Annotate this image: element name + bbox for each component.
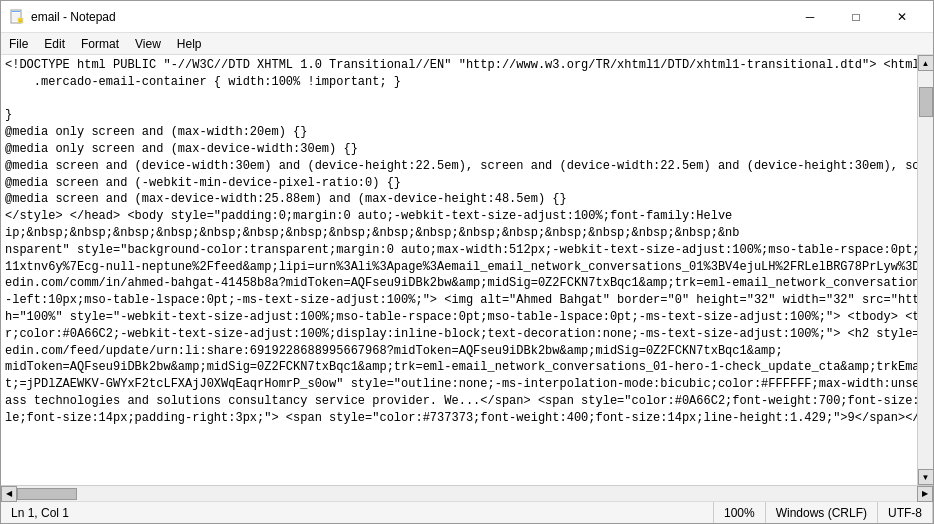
window-title: email - Notepad xyxy=(31,10,787,24)
menu-file[interactable]: File xyxy=(1,33,36,54)
menu-view[interactable]: View xyxy=(127,33,169,54)
scroll-down-arrow[interactable]: ▼ xyxy=(918,469,934,485)
zoom-level: 100% xyxy=(714,502,766,523)
status-bar: Ln 1, Col 1 100% Windows (CRLF) UTF-8 xyxy=(1,501,933,523)
minimize-button[interactable]: ─ xyxy=(787,1,833,33)
scroll-left-arrow[interactable]: ◀ xyxy=(1,486,17,502)
menu-help[interactable]: Help xyxy=(169,33,210,54)
close-button[interactable]: ✕ xyxy=(879,1,925,33)
notepad-window: email - Notepad ─ □ ✕ File Edit Format V… xyxy=(0,0,934,524)
menu-format[interactable]: Format xyxy=(73,33,127,54)
editor-content[interactable]: <!DOCTYPE html PUBLIC "-//W3C//DTD XHTML… xyxy=(1,55,917,485)
scroll-h-track xyxy=(17,487,917,501)
editor-area: <!DOCTYPE html PUBLIC "-//W3C//DTD XHTML… xyxy=(1,55,933,485)
menu-edit[interactable]: Edit xyxy=(36,33,73,54)
scrollbar-vertical[interactable]: ▲ ▼ xyxy=(917,55,933,485)
svg-rect-1 xyxy=(12,11,20,12)
maximize-button[interactable]: □ xyxy=(833,1,879,33)
scroll-up-arrow[interactable]: ▲ xyxy=(918,55,934,71)
svg-rect-6 xyxy=(18,18,23,23)
title-bar: email - Notepad ─ □ ✕ xyxy=(1,1,933,33)
cursor-position: Ln 1, Col 1 xyxy=(1,502,714,523)
scrollbar-horizontal[interactable]: ◀ ▶ xyxy=(1,485,933,501)
line-ending: Windows (CRLF) xyxy=(766,502,878,523)
scroll-right-arrow[interactable]: ▶ xyxy=(917,486,933,502)
window-controls: ─ □ ✕ xyxy=(787,1,925,33)
scroll-thumb[interactable] xyxy=(919,87,933,117)
notepad-icon xyxy=(9,9,25,25)
editor-text[interactable]: <!DOCTYPE html PUBLIC "-//W3C//DTD XHTML… xyxy=(1,57,917,427)
encoding: UTF-8 xyxy=(878,502,933,523)
menu-bar: File Edit Format View Help xyxy=(1,33,933,55)
scroll-h-thumb[interactable] xyxy=(17,488,77,500)
